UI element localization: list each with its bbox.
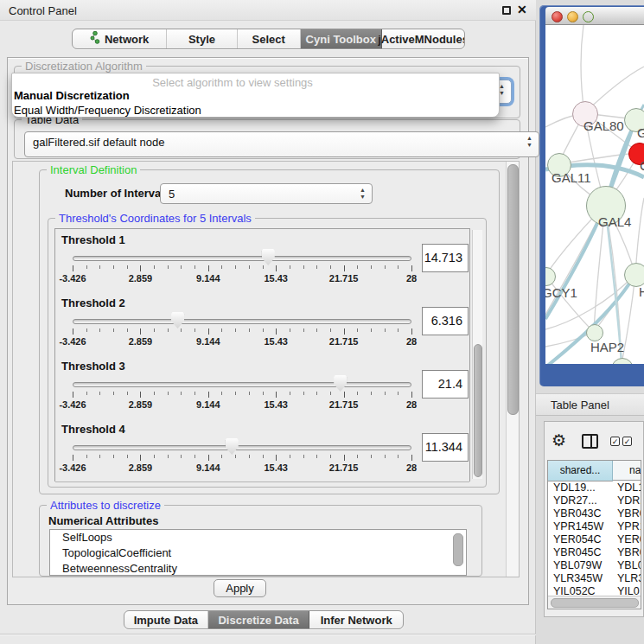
table-cell[interactable]: YER054C [553,533,614,545]
threshold-scrollbar-track[interactable] [472,230,482,479]
table-row[interactable]: YLR345WYLR3 [548,572,641,585]
checkbox-icon[interactable]: ✓ [622,437,632,446]
threshold-row: Threshold 2 -3.4262.8599.14415.4321.7152… [55,292,469,356]
numerical-attributes-label: Numerical Attributes [48,514,158,527]
attribute-item[interactable]: BetweennessCentrality [50,561,466,576]
table-cell[interactable]: YBL0 [617,559,641,571]
network-node-ha[interactable] [624,263,644,287]
tick-label: 21.715 [329,336,359,347]
tick-mark [154,328,155,332]
table-cell[interactable]: YDL19... [553,481,614,494]
table-cell[interactable]: YBR045C [553,546,614,558]
tab-cyni-toolbox[interactable]: Cyni Toolbox [301,29,382,48]
attribute-item[interactable]: SelfLoops [50,530,466,545]
threshold-label: Threshold 4 [61,423,125,436]
tick-mark [140,328,141,335]
table-row[interactable]: YDL19...YDL1 [548,481,641,494]
tick-mark [140,455,141,461]
threshold-value-field[interactable]: 11.344 [422,433,469,462]
threshold-slider-track[interactable] [73,445,411,450]
tick-mark [385,392,386,395]
threshold-slider-thumb[interactable] [171,312,184,328]
apply-button[interactable]: Apply [214,579,266,597]
column-header-name[interactable]: name [613,461,641,481]
tick-mark [194,392,195,395]
dropdown-option-equal-width[interactable]: Equal Width/Frequency Discretization [14,104,201,117]
table-cell[interactable]: YDR2 [617,494,641,507]
tick-mark [303,455,304,458]
tab-style[interactable]: Style [167,29,238,48]
tick-mark [290,265,290,269]
table-row[interactable]: YBR045CYBR0 [548,546,641,559]
attribute-item[interactable]: TopologicalCoefficient [50,545,466,561]
table-hscrollbar-thumb[interactable] [551,598,639,608]
gear-icon[interactable]: ⚙ [552,430,566,450]
network-window-titlebar[interactable] [545,7,644,25]
close-traffic-light-icon[interactable] [552,11,563,22]
table-cell[interactable]: YLR3 [617,572,641,584]
threshold-value-field[interactable]: 14.713 [422,244,469,272]
threshold-value-field[interactable]: 21.4 [422,370,469,399]
zoom-traffic-light-icon[interactable] [583,11,594,22]
tick-mark [221,455,222,458]
table-cell[interactable]: YPR145W [553,520,614,532]
threshold-value-field[interactable]: 6.316 [422,307,469,335]
network-canvas[interactable]: GAL80GACGAL11GAL4GCY1HAHAP2 [545,25,644,364]
checkbox-icon[interactable]: ✓ [610,437,620,446]
main-scrollbar-thumb[interactable] [507,164,519,415]
minimize-traffic-light-icon[interactable] [567,11,578,22]
table-cell[interactable]: YLR345W [553,572,614,584]
threshold-slider-track[interactable] [73,319,411,324]
table-data-combobox[interactable]: galFiltered.sif default node ▲▼ [24,131,539,157]
threshold-row: Threshold 4 -3.4262.8599.14415.4321.7152… [55,418,469,482]
threshold-slider-thumb[interactable] [262,249,275,265]
table-row[interactable]: YDR27...YDR2 [548,494,641,507]
tick-mark [316,265,317,269]
tab-infer-network[interactable]: Infer Network [309,611,403,628]
table-cell[interactable]: YPR1 [617,520,641,532]
tick-mark [357,265,358,269]
table-cell[interactable]: YBR0 [617,507,641,520]
table-row[interactable]: YBR043CYBR0 [548,507,641,520]
table-cell[interactable]: YBL079W [553,559,614,571]
top-tab-bar: Network Style Select Cyni Toolbox jActiv… [72,29,465,49]
threshold-slider-track[interactable] [73,256,411,261]
tick-mark [303,328,304,332]
algorithm-group-title: Discretization Algorithm [22,60,146,73]
table-cell[interactable]: YER0 [617,533,641,545]
threshold-slider-track[interactable] [73,382,411,387]
tick-mark [371,265,372,269]
tab-select[interactable]: Select [238,29,301,48]
tick-mark [73,328,73,335]
threshold-slider-thumb[interactable] [226,438,239,455]
attributes-list[interactable]: SelfLoopsTopologicalCoefficientBetweenne… [49,529,467,576]
table-row[interactable]: YBL079WYBL0 [548,559,641,572]
columns-icon[interactable] [582,434,598,449]
threshold-row: Threshold 3 -3.4262.8599.14415.4321.7152… [55,355,469,419]
tab-network[interactable]: Network [73,29,167,48]
node-label: GAL80 [583,118,624,133]
table-hscrollbar-track[interactable] [548,596,641,609]
threshold-slider-thumb[interactable] [334,375,347,392]
panel-title: Control Panel [9,4,77,17]
table-cell[interactable]: YDL1 [617,481,641,494]
dropdown-option-manual[interactable]: Manual Discretization [14,89,130,102]
attributes-scrollbar-thumb[interactable] [453,533,463,566]
table-row[interactable]: YER054CYER0 [548,533,641,546]
table-cell[interactable]: YBR0 [617,546,641,558]
tab-discretize-data[interactable]: Discretize Data [208,611,310,628]
table-cell[interactable]: YBR043C [553,507,614,520]
column-header-shared-name[interactable]: shared... [548,461,613,481]
tab-jactivemnodules[interactable]: jActiveMNodules [382,29,464,48]
threshold-scrollbar-thumb[interactable] [474,344,482,477]
number-of-intervals-combobox[interactable]: 5 ▲▼ [160,183,373,204]
main-scrollbar-track[interactable] [506,162,519,577]
close-icon[interactable]: ✕ [517,3,527,16]
tick-label: -3.426 [59,336,86,347]
network-node-hap2[interactable] [586,324,603,341]
float-window-icon[interactable] [502,6,511,15]
table-cell[interactable]: YDR27... [553,494,614,507]
tab-impute-data[interactable]: Impute Data [124,611,208,628]
tick-label: -3.426 [59,462,86,473]
table-row[interactable]: YPR145WYPR1 [548,520,641,533]
